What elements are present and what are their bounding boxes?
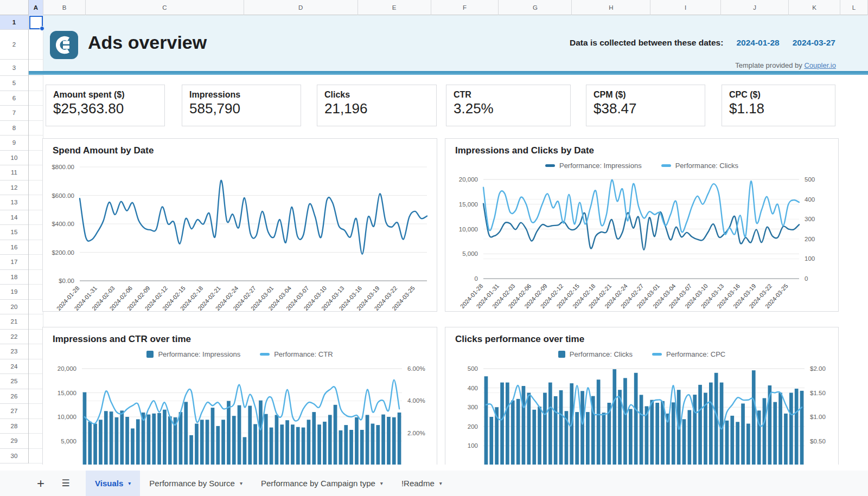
chart-clicks-performance[interactable]: Clicks performance over time Performance… — [445, 327, 839, 465]
column-header-h[interactable]: H — [572, 0, 650, 15]
cell-a11[interactable] — [29, 165, 43, 181]
tab-performance-by-campaign-type[interactable]: Performance by Campaign type ▾ — [252, 471, 392, 496]
svg-text:20,000: 20,000 — [58, 365, 76, 372]
cell-a10[interactable] — [29, 151, 43, 166]
row-header-30[interactable]: 30 — [0, 449, 28, 464]
sheet-corner[interactable] — [0, 0, 29, 15]
row-header-28[interactable]: 28 — [0, 419, 28, 434]
tab-dropdown-icon[interactable]: ▾ — [128, 480, 131, 486]
svg-text:15,000: 15,000 — [58, 390, 76, 396]
row-header-5[interactable]: 5 — [0, 76, 28, 91]
kpi-ctr: CTR 3.25% — [446, 85, 571, 126]
tab-readme[interactable]: !Readme ▾ — [392, 471, 451, 496]
row-header-18[interactable]: 18 — [0, 270, 28, 285]
row-header-6[interactable]: 6 — [0, 91, 28, 106]
cell-a26[interactable] — [29, 389, 43, 404]
column-header-d[interactable]: D — [244, 0, 358, 15]
row-header-22[interactable]: 22 — [0, 330, 28, 345]
chart-impressions-ctr[interactable]: Impressions and CTR over time Performanc… — [42, 327, 437, 465]
date-start-value: 2024-01-28 — [736, 38, 779, 48]
row-header-23[interactable]: 23 — [0, 344, 28, 359]
cell-a9[interactable] — [29, 136, 43, 151]
cell-a22[interactable] — [29, 330, 43, 345]
row-header-16[interactable]: 16 — [0, 240, 28, 255]
cell-a5[interactable] — [29, 76, 43, 91]
svg-text:500: 500 — [805, 176, 815, 183]
tab-performance-by-source[interactable]: Performance by Source ▾ — [140, 471, 252, 496]
cell-a24[interactable] — [29, 359, 43, 375]
column-header-f[interactable]: F — [431, 0, 499, 15]
svg-text:200: 200 — [805, 236, 815, 242]
coupler-io-logo — [50, 31, 78, 59]
row-header-12[interactable]: 12 — [0, 181, 28, 196]
chart-spend-by-date[interactable]: Spend Amount by Date $0.00$200.00$400.00… — [42, 138, 437, 312]
coupler-link[interactable]: Coupler.io — [804, 61, 836, 69]
cell-a23[interactable] — [29, 344, 43, 359]
cell-a27[interactable] — [29, 404, 43, 419]
row-header-26[interactable]: 26 — [0, 389, 28, 404]
cell-a28[interactable] — [29, 419, 43, 434]
row-header-9[interactable]: 9 — [0, 136, 28, 151]
row-header-27[interactable]: 27 — [0, 404, 28, 419]
row-header-8[interactable]: 8 — [0, 121, 28, 136]
cell-a20[interactable] — [29, 300, 43, 315]
cell-a18[interactable] — [29, 270, 43, 285]
cell-a2[interactable] — [29, 30, 43, 60]
cell-a6[interactable] — [29, 91, 43, 106]
row-header-29[interactable]: 29 — [0, 434, 28, 449]
chart-plot: $0.00$200.00$400.00$600.00$800.002024-01… — [43, 139, 437, 312]
svg-text:$0.50: $0.50 — [810, 438, 826, 445]
row-header-1[interactable]: 1 — [0, 15, 28, 30]
cell-a16[interactable] — [29, 240, 43, 255]
sheet-tabs: Visuals ▾ Performance by Source ▾ Perfor… — [86, 471, 451, 496]
cell-a12[interactable] — [29, 181, 43, 196]
chart-impressions-clicks[interactable]: Impressions and Clicks by Date Performan… — [445, 138, 839, 312]
add-sheet-button[interactable]: + — [31, 471, 50, 496]
cell-a7[interactable] — [29, 106, 43, 121]
cell-a30[interactable] — [29, 449, 43, 464]
selected-cell-a1[interactable] — [29, 16, 43, 29]
column-header-j[interactable]: J — [721, 0, 789, 15]
date-note-label: Data is collected between these dates: — [570, 38, 723, 48]
cell-a21[interactable] — [29, 314, 43, 330]
cell-a19[interactable] — [29, 285, 43, 300]
row-header-15[interactable]: 15 — [0, 225, 28, 240]
column-header-b[interactable]: B — [43, 0, 86, 15]
cell-a14[interactable] — [29, 210, 43, 226]
row-header-24[interactable]: 24 — [0, 359, 28, 375]
kpi-amount-spent: Amount spent ($) $25,363.80 — [46, 85, 165, 126]
column-header-e[interactable]: E — [358, 0, 431, 15]
cell-a15[interactable] — [29, 225, 43, 240]
column-header-c[interactable]: C — [86, 0, 244, 15]
cell-a8[interactable] — [29, 121, 43, 136]
row-header-25[interactable]: 25 — [0, 374, 28, 389]
all-sheets-menu-button[interactable]: ☰ — [56, 471, 75, 496]
tab-dropdown-icon[interactable]: ▾ — [380, 480, 383, 486]
fill-handle[interactable] — [40, 26, 44, 31]
row-header-17[interactable]: 17 — [0, 255, 28, 270]
cell-a17[interactable] — [29, 255, 43, 270]
row-header-21[interactable]: 21 — [0, 314, 28, 330]
row-header-20[interactable]: 20 — [0, 300, 28, 315]
page-title: Ads overview — [88, 32, 207, 53]
column-header-k[interactable]: K — [789, 0, 840, 15]
row-header-14[interactable]: 14 — [0, 210, 28, 226]
column-header-i[interactable]: I — [650, 0, 721, 15]
column-header-l[interactable]: L — [840, 0, 868, 15]
column-header-a[interactable]: A — [29, 0, 43, 15]
column-header-g[interactable]: G — [499, 0, 572, 15]
row-header-3[interactable]: 3 — [0, 60, 28, 76]
row-header-13[interactable]: 13 — [0, 195, 28, 210]
cell-a13[interactable] — [29, 195, 43, 210]
kpi-cpc: CPC ($) $1.18 — [722, 85, 835, 126]
cell-a25[interactable] — [29, 374, 43, 389]
row-header-2[interactable]: 2 — [0, 30, 28, 60]
tab-dropdown-icon[interactable]: ▾ — [240, 480, 242, 486]
tab-visuals[interactable]: Visuals ▾ — [86, 471, 140, 496]
row-header-11[interactable]: 11 — [0, 165, 28, 181]
row-header-10[interactable]: 10 — [0, 151, 28, 166]
cell-a29[interactable] — [29, 434, 43, 449]
tab-dropdown-icon[interactable]: ▾ — [439, 480, 442, 486]
row-header-7[interactable]: 7 — [0, 106, 28, 121]
row-header-19[interactable]: 19 — [0, 285, 28, 300]
